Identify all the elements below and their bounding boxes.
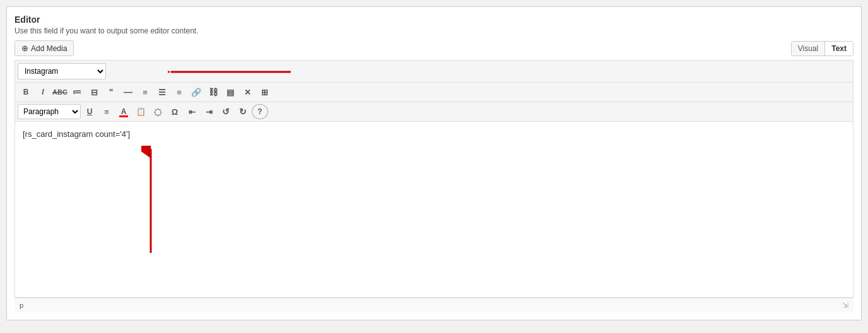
link-button[interactable]: 🔗 [188,85,204,100]
outdent-button[interactable]: ⇤ [184,104,200,119]
paste-text-button[interactable]: 📋 [132,104,149,119]
bold-button[interactable]: B [18,85,34,100]
hr-button[interactable]: — [120,85,136,100]
clear-format-button[interactable]: ◌ [150,104,166,119]
undo-button[interactable]: ↺ [218,104,234,119]
indent-button[interactable]: ⇥ [201,104,217,119]
special-char-button[interactable]: Ω [167,104,183,119]
numbered-list-button[interactable]: ⊟ [86,85,102,100]
unlink-button[interactable]: ⛓ [205,85,221,100]
font-color-button[interactable]: A [115,104,132,119]
redo-button[interactable]: ↻ [235,104,251,119]
instagram-select[interactable]: Instagram Facebook Twitter [18,63,106,79]
editor-panel: Editor Use this field if you want to out… [6,6,862,320]
resize-handle[interactable]: ⇲ [842,301,848,310]
toolbar-row-1: B I ABC ≔ ⊟ " — ≡ ☰ ≡ 🔗 ⛓ ▤ ✕ ⊞ [15,82,853,102]
editor-title: Editor [15,15,853,25]
footer-tag: p [20,301,23,309]
editor-subtitle: Use this field if you want to output som… [15,26,853,35]
strikethrough-button[interactable]: ABC [52,85,68,100]
remove-button[interactable]: ✕ [239,85,255,100]
paragraph-select[interactable]: Paragraph Heading 1 Heading 2 Heading 3 … [18,104,81,119]
toolbar-toggle-button[interactable]: ⊞ [256,85,273,100]
align-right-button[interactable]: ≡ [171,85,187,100]
underline-button[interactable]: U [81,104,98,119]
editor-content-area[interactable]: [rs_card_instagram count='4'] [15,121,853,298]
italic-button[interactable]: I [35,85,51,100]
editor-footer: p ⇲ [15,298,853,312]
view-mode-tabs: Visual Text [791,41,853,56]
bullet-list-button[interactable]: ≔ [69,85,85,100]
align-left-button[interactable]: ≡ [137,85,153,100]
add-media-button[interactable]: ⊕ Add Media [15,40,74,56]
align-center-button[interactable]: ☰ [154,85,170,100]
top-bar: ⊕ Add Media Visual Text [15,40,853,56]
add-media-icon: ⊕ [21,44,28,53]
toolbar-row-2: Paragraph Heading 1 Heading 2 Heading 3 … [15,102,853,121]
add-media-label: Add Media [31,44,67,53]
help-button[interactable]: ? [252,104,268,119]
tab-text[interactable]: Text [825,42,853,56]
shortcode-content: [rs_card_instagram count='4'] [23,129,130,139]
tab-visual[interactable]: Visual [792,42,825,56]
justify-button[interactable]: ▤ [222,85,238,100]
blockquote-button[interactable]: " [103,85,119,100]
align-full-button[interactable]: ≡ [98,104,115,119]
font-color-indicator [119,115,128,117]
dropdown-row: Instagram Facebook Twitter [15,60,853,82]
